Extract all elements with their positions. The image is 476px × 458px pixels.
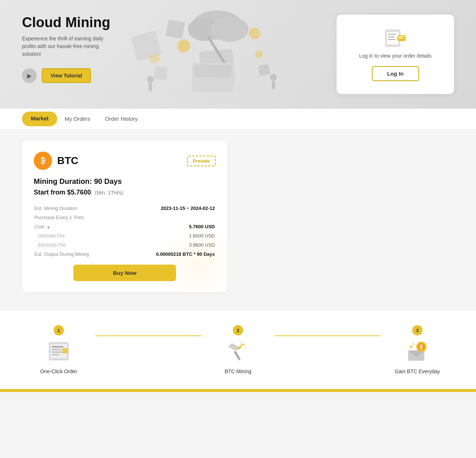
- svg-rect-35: [234, 350, 241, 360]
- presale-badge: Presale: [187, 156, 216, 166]
- step-1-label: One-Click Order: [40, 368, 77, 374]
- info-table: Est. Mining Duration 2023-11-15 ~ 2024-0…: [34, 204, 216, 259]
- card-header: ₿ BTC Presale: [34, 152, 216, 170]
- mining-card: ₿ BTC Presale Mining Duration: 90 Days S…: [22, 141, 227, 292]
- svg-rect-34: [62, 348, 68, 353]
- step-3-number: 3: [412, 325, 422, 335]
- step-2-number: 2: [233, 325, 243, 335]
- svg-rect-2: [199, 49, 235, 85]
- svg-point-9: [177, 39, 190, 52]
- hero-content: Cloud Mining Experience the thrill of ea…: [22, 15, 165, 83]
- purchase-label: Purchase Every 1 TH/s:: [34, 213, 134, 222]
- start-from-price: Start from $5.7600: [34, 189, 91, 196]
- tabs-bar: Market My Orders Order History: [0, 109, 476, 130]
- hashrate-label: Hashrate Fee: [34, 231, 134, 240]
- login-button[interactable]: Log In: [372, 66, 419, 81]
- svg-rect-30: [52, 346, 63, 348]
- btc-icon: ₿: [34, 152, 52, 170]
- step-1-icon: [44, 338, 73, 364]
- svg-rect-21: [387, 32, 399, 45]
- svg-point-3: [192, 10, 242, 40]
- login-card-icon: [384, 29, 407, 47]
- mining-duration: Mining Duration: 90 Days: [34, 177, 216, 186]
- svg-point-12: [255, 50, 263, 59]
- svg-rect-32: [52, 352, 62, 353]
- table-row: Purchase Every 1 TH/s:: [34, 213, 216, 222]
- tab-my-orders[interactable]: My Orders: [57, 109, 98, 130]
- svg-rect-24: [388, 39, 395, 40]
- cost-section: Cost ▲: [34, 222, 134, 231]
- table-row: Est. Output During Mining 0.00000218 BTC…: [34, 250, 216, 259]
- svg-rect-7: [192, 63, 234, 92]
- est-duration-label: Est. Mining Duration: [34, 204, 134, 213]
- hero-subtitle: Experience the thrill of earning daily p…: [22, 35, 117, 58]
- svg-point-10: [179, 41, 188, 51]
- svg-rect-8: [194, 65, 231, 77]
- svg-point-4: [188, 18, 221, 41]
- step-connector-2: [275, 325, 381, 336]
- steps-section: 1 One-Click Order 2: [0, 310, 476, 389]
- table-row: Cost ▲ 5.7600 USD: [34, 222, 216, 231]
- btc-label: BTC: [57, 155, 78, 167]
- table-row: Electricity Fee 3.9600 USD: [34, 240, 216, 250]
- svg-rect-27: [399, 38, 403, 39]
- svg-rect-1: [166, 19, 185, 39]
- connector-line-2: [275, 335, 381, 336]
- cost-value: 5.7600 USD: [134, 222, 216, 231]
- table-row: Est. Mining Duration 2023-11-15 ~ 2024-0…: [34, 204, 216, 213]
- step-2-label: BTC Mining: [224, 368, 251, 374]
- login-card: Log in to view your order details Log In: [337, 15, 454, 94]
- tutorial-button[interactable]: View Tutorial: [42, 68, 91, 83]
- hero-title: Cloud Mining: [22, 15, 165, 30]
- step-2: 2 BTC Mining: [201, 325, 275, 374]
- step-2-icon: [223, 338, 253, 364]
- step-connector-1: [95, 325, 201, 336]
- svg-rect-22: [388, 34, 396, 35]
- est-output-value: 0.00000218 BTC * 90 Days: [134, 250, 216, 259]
- login-card-text: Log in to view your order details: [351, 53, 439, 59]
- svg-rect-26: [399, 36, 404, 37]
- svg-point-40: [241, 342, 242, 343]
- svg-point-18: [270, 74, 277, 81]
- svg-rect-15: [258, 64, 270, 76]
- svg-rect-23: [388, 36, 395, 37]
- connector-line-1: [95, 335, 201, 336]
- hero-section: Cloud Mining Experience the thrill of ea…: [0, 0, 476, 109]
- svg-point-11: [249, 28, 261, 39]
- step-3-icon: ₿: [403, 338, 432, 364]
- start-from: Start from $5.7600 (Min. 1TH/s): [34, 189, 216, 196]
- svg-point-5: [211, 17, 248, 42]
- bottom-bar: [0, 389, 476, 392]
- hashrate-value: 1.8000 USD: [134, 231, 216, 240]
- sort-icon: ▲: [47, 225, 50, 229]
- electricity-value: 3.9600 USD: [134, 240, 216, 250]
- svg-text:₿: ₿: [420, 344, 422, 350]
- min-label: (Min. 1TH/s): [95, 190, 123, 196]
- est-output-label: Est. Output During Mining: [34, 250, 134, 259]
- step-1-number: 1: [54, 325, 64, 335]
- svg-point-47: [412, 343, 414, 345]
- cost-label: Cost: [34, 224, 44, 229]
- buy-now-button[interactable]: Buy Now: [73, 265, 176, 281]
- svg-point-46: [410, 345, 413, 348]
- step-3: 3 ₿ Gain BTC Everyday: [381, 325, 454, 374]
- tab-order-history[interactable]: Order History: [98, 109, 145, 130]
- electricity-label: Electricity Fee: [34, 240, 134, 250]
- svg-line-6: [209, 37, 230, 71]
- table-row: Hashrate Fee 1.8000 USD: [34, 231, 216, 240]
- main-content: ₿ BTC Presale Mining Duration: 90 Days S…: [0, 130, 476, 303]
- step-3-label: Gain BTC Everyday: [395, 368, 440, 374]
- svg-rect-19: [272, 81, 275, 89]
- svg-point-39: [245, 348, 246, 349]
- btc-logo-wrap: ₿ BTC: [34, 152, 78, 170]
- tab-market[interactable]: Market: [22, 112, 57, 126]
- step-1: 1 One-Click Order: [22, 325, 95, 374]
- play-button[interactable]: ▶: [22, 68, 37, 83]
- hero-actions: ▶ View Tutorial: [22, 68, 165, 83]
- svg-rect-17: [149, 83, 152, 91]
- svg-point-38: [242, 344, 245, 346]
- svg-rect-31: [52, 349, 61, 350]
- svg-rect-33: [52, 354, 59, 355]
- est-duration-value: 2023-11-15 ~ 2024-02-12: [134, 204, 216, 213]
